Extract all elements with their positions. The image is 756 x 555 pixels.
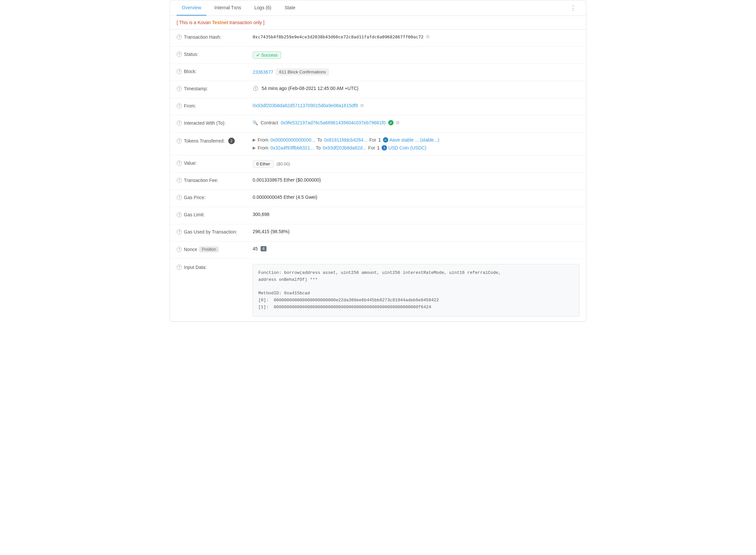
- contract-address-link[interactable]: 0x9fe532197ad76c5a68961439604c037eb79681…: [281, 120, 386, 125]
- value-transaction-fee: 0.0013338675 Ether ($0.000000): [253, 177, 579, 182]
- token1-name-link[interactable]: Aave stable ... (stable...): [390, 137, 440, 142]
- token-row-1: ▶ From 0x00000000000000... To 0x81911fdd…: [253, 137, 439, 142]
- label-input-data: ? Input Data:: [177, 263, 253, 270]
- arrow-icon-1: ▶: [253, 138, 256, 142]
- label-timestamp: ? Timestamp:: [177, 86, 253, 91]
- token1-to-link[interactable]: 0x81911fddcb4264...: [324, 137, 367, 142]
- tabs-more-button[interactable]: ⋮: [567, 1, 579, 15]
- value-tokens-transferred: ▶ From 0x00000000000000... To 0x81911fdd…: [253, 137, 579, 151]
- clock-icon: 🕐: [253, 86, 258, 91]
- question-icon-fee: ?: [177, 178, 182, 183]
- label-tokens-transferred: ? Tokens Transferred: 2: [177, 137, 253, 144]
- tab-logs[interactable]: Logs (6): [249, 0, 276, 15]
- position-badge: Position: [199, 246, 219, 252]
- row-status: ? Status: ✔ Success: [170, 47, 586, 64]
- token2-coin-icon: $: [382, 145, 387, 151]
- lens-icon: 🔍: [253, 120, 258, 125]
- to-label-2: To: [316, 145, 321, 151]
- row-transaction-fee: ? Transaction Fee: 0.0013338675 Ether ($…: [170, 173, 586, 190]
- verified-check-icon: ✔: [388, 120, 394, 125]
- question-icon-from: ?: [177, 103, 182, 109]
- value-value: 0 Ether ($0.00): [253, 160, 579, 168]
- token2-to-link[interactable]: 0x93df203b8da82d...: [323, 145, 366, 151]
- question-icon-gas-price: ?: [177, 195, 182, 200]
- tab-overview[interactable]: Overview: [177, 0, 206, 15]
- token-row-2: ▶ From 0x32a4f93ffbb6321... To 0x93df203…: [253, 145, 439, 151]
- value-status: ✔ Success: [253, 51, 579, 59]
- tabs-bar: Overview Internal Txns Logs (6) State ⋮: [170, 0, 586, 16]
- row-gas-limit: ? Gas Limit: 300,698: [170, 207, 586, 224]
- nonce-value: 45: [253, 246, 258, 251]
- token1-coin-icon: A: [383, 137, 388, 142]
- copy-hash-icon[interactable]: ⧉: [426, 34, 429, 39]
- for-label-1: For: [369, 137, 376, 142]
- alert-testnet-label: Testnet: [212, 20, 228, 25]
- label-gas-limit: ? Gas Limit:: [177, 212, 253, 217]
- nonce-position: 4: [261, 246, 267, 251]
- question-icon-timestamp: ?: [177, 86, 182, 91]
- label-gas-price: ? Gas Price:: [177, 195, 253, 200]
- token2-name-link[interactable]: USD Coin (USDC): [388, 145, 426, 151]
- row-timestamp: ? Timestamp: 🕐 54 mins ago (Feb-08-2021 …: [170, 81, 586, 98]
- tokens-list: ▶ From 0x00000000000000... To 0x81911fdd…: [253, 137, 439, 151]
- block-confirmations-badge: 611 Block Confirmations: [276, 69, 329, 75]
- label-transaction-hash: ? Transaction Hash:: [177, 34, 253, 40]
- row-input-data: ? Input Data: Function: borrow(address a…: [170, 259, 586, 322]
- contract-label: Contract: [261, 120, 278, 125]
- label-status: ? Status:: [177, 51, 253, 57]
- value-block: 23363677 611 Block Confirmations: [253, 69, 579, 75]
- status-badge: ✔ Success: [253, 51, 281, 59]
- question-icon-tokens: ?: [177, 138, 182, 143]
- alert-text-prefix: [ This is a Kovan: [177, 20, 212, 25]
- value-transaction-hash: 0xc7435b4f8b259e9e4ce3d2038b43d60ce72c8a…: [253, 34, 579, 39]
- question-icon-hash: ?: [177, 34, 182, 40]
- row-transaction-hash: ? Transaction Hash: 0xc7435b4f8b259e9e4c…: [170, 30, 586, 47]
- row-gas-price: ? Gas Price: 0.0000000045 Ether (4.5 Gwe…: [170, 190, 586, 207]
- from-address-link[interactable]: 0x93df203b8da82d57113709015d0a9e08a1615d…: [253, 103, 358, 108]
- usd-value: ($0.00): [276, 161, 290, 166]
- row-interacted-with: ? Interacted With (To): 🔍 Contract 0x9fe…: [170, 116, 586, 133]
- from-label-2: From: [258, 145, 269, 151]
- question-icon-nonce: ?: [177, 247, 182, 252]
- tab-internal-txns[interactable]: Internal Txns: [209, 0, 247, 15]
- label-value: ? Value:: [177, 160, 253, 166]
- row-block: ? Block: 23363677 611 Block Confirmation…: [170, 64, 586, 81]
- question-icon-block: ?: [177, 69, 182, 74]
- value-from: 0x93df203b8da82d57113709015d0a9e08a1615d…: [253, 103, 579, 108]
- label-transaction-fee: ? Transaction Fee:: [177, 177, 253, 183]
- to-label-1: To: [317, 137, 322, 142]
- copy-from-icon[interactable]: ⧉: [360, 103, 363, 108]
- label-nonce: ? Nonce Position: [177, 246, 253, 252]
- tokens-count-badge: 2: [228, 138, 235, 144]
- value-timestamp: 🕐 54 mins ago (Feb-08-2021 12:45:00 AM +…: [253, 86, 579, 91]
- check-icon: ✔: [256, 53, 260, 57]
- row-tokens-transferred: ? Tokens Transferred: 2 ▶ From 0x0000000…: [170, 133, 586, 156]
- token2-coin: $ USD Coin (USDC): [382, 145, 426, 151]
- testnet-alert: [ This is a Kovan Testnet transaction on…: [170, 16, 586, 30]
- label-block: ? Block:: [177, 69, 253, 74]
- token1-from-link[interactable]: 0x00000000000000...: [270, 137, 315, 142]
- block-number-link[interactable]: 23363677: [253, 70, 273, 75]
- from-label-1: From: [258, 137, 269, 142]
- label-from: ? From:: [177, 103, 253, 109]
- question-icon-input: ?: [177, 265, 182, 270]
- question-icon-gas-used: ?: [177, 229, 182, 234]
- row-value: ? Value: 0 Ether ($0.00): [170, 156, 586, 173]
- token1-amount: 1: [378, 137, 381, 142]
- row-nonce: ? Nonce Position 45 4: [170, 242, 586, 259]
- question-icon-status: ?: [177, 52, 182, 57]
- value-gas-price: 0.0000000045 Ether (4.5 Gwei): [253, 195, 579, 200]
- copy-contract-icon[interactable]: ⧉: [396, 120, 399, 125]
- label-interacted-with: ? Interacted With (To):: [177, 120, 253, 126]
- arrow-icon-2: ▶: [253, 145, 256, 150]
- input-data-box[interactable]: Function: borrow(address asset, uint256 …: [253, 264, 579, 316]
- value-interacted-with: 🔍 Contract 0x9fe532197ad76c5a68961439604…: [253, 120, 579, 125]
- token2-from-link[interactable]: 0x32a4f93ffbb6321...: [270, 145, 314, 151]
- value-nonce: 45 4: [253, 246, 579, 251]
- ether-amount-box: 0 Ether: [253, 160, 274, 168]
- tab-state[interactable]: State: [279, 0, 301, 15]
- row-from: ? From: 0x93df203b8da82d57113709015d0a9e…: [170, 98, 586, 116]
- value-gas-limit: 300,698: [253, 212, 579, 217]
- value-gas-used: 296,415 (98.58%): [253, 229, 579, 234]
- row-gas-used: ? Gas Used by Transaction: 296,415 (98.5…: [170, 224, 586, 242]
